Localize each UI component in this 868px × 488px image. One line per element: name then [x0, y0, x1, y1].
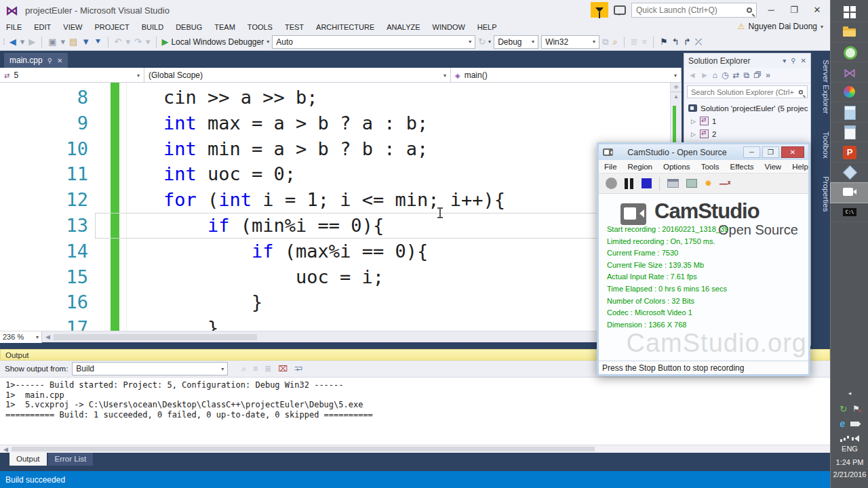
pin-icon[interactable]: ⚲	[791, 57, 795, 64]
watch-mode-combo[interactable]: Auto▾	[272, 35, 475, 49]
code-line-15[interactable]: 15 uoc = i;	[0, 264, 670, 290]
record-button[interactable]	[606, 178, 617, 189]
expand-arrow-icon[interactable]: ▷	[691, 131, 696, 138]
side-tab-server-explorer[interactable]: Server Explorer	[811, 53, 830, 121]
notes-icon-cell[interactable]	[831, 123, 868, 142]
menu-item-project[interactable]: PROJECT	[88, 23, 135, 31]
camstudio-menu-file[interactable]: File	[604, 163, 617, 171]
se-back-icon[interactable]: ◄	[688, 70, 696, 80]
debug-target-label[interactable]: Local Windows Debugger	[171, 37, 264, 47]
code-line-13[interactable]: 13 if (min%i == 0){	[0, 213, 670, 239]
scrollbar-thumb[interactable]	[12, 447, 595, 451]
file-explorer-icon-cell[interactable]	[831, 23, 868, 43]
scroll-left-icon[interactable]: ◀	[42, 333, 54, 340]
side-tab-properties[interactable]: Properties	[811, 169, 830, 218]
undo-icon[interactable]: ↶	[115, 37, 122, 46]
out-prev-icon[interactable]: ≡	[253, 364, 258, 373]
project-row-2[interactable]: ▷2	[684, 127, 810, 140]
bookmark-icon[interactable]: ⚑	[660, 37, 668, 46]
dropdown-icon[interactable]: ▾	[125, 37, 130, 46]
bottom-tab-output[interactable]: Output	[9, 453, 47, 466]
minimize-button[interactable]: ─	[762, 5, 780, 15]
platform-combo[interactable]: Win32▾	[541, 35, 599, 49]
solution-root-row[interactable]: Solution 'projectEuler' (5 projec	[684, 102, 810, 115]
project-row-1[interactable]: ▷1	[684, 115, 810, 127]
uncomment-icon[interactable]: ≡	[642, 37, 648, 46]
region-select-icon[interactable]	[667, 179, 679, 188]
output-source-combo[interactable]: Build▾	[72, 362, 228, 375]
code-line-14[interactable]: 14 if (max%i == 0){	[0, 239, 670, 264]
toolbar-grip-icon[interactable]: ⁞	[3, 37, 5, 46]
dropdown-icon[interactable]: ▾	[146, 37, 151, 46]
dropdown-icon[interactable]: ▾	[20, 37, 25, 46]
volume-icon[interactable]	[854, 435, 859, 442]
feedback-filter-button[interactable]	[591, 2, 608, 18]
menu-item-window[interactable]: WINDOW	[427, 23, 471, 31]
calculator-icon-cell[interactable]	[831, 103, 868, 123]
show-hidden-icons-button[interactable]: ◂	[831, 390, 868, 396]
configuration-combo[interactable]: Debug▾	[494, 35, 538, 49]
menu-item-view[interactable]: VIEW	[57, 23, 88, 31]
maximize-button[interactable]: ❐	[762, 146, 779, 158]
minimize-button[interactable]: ─	[743, 146, 760, 158]
battery-icon[interactable]	[850, 422, 859, 426]
chevron-down-icon[interactable]: ▾	[783, 57, 786, 64]
close-tab-icon[interactable]: ✕	[57, 57, 62, 64]
menu-item-analyze[interactable]: ANALYZE	[380, 23, 426, 31]
se-home-icon[interactable]: ⌂	[713, 70, 717, 80]
camstudio-menu-effects[interactable]: Effects	[730, 163, 753, 171]
feedback-comment-button[interactable]	[614, 5, 626, 15]
next-bookmark-icon[interactable]: ↱	[684, 37, 691, 46]
code-line-12[interactable]: 12 for (int i = 1; i <= min; i++){	[0, 187, 670, 213]
menu-item-debug[interactable]: DEBUG	[170, 23, 208, 31]
se-refresh-icon[interactable]: ⇄	[733, 70, 740, 80]
menu-item-edit[interactable]: EDIT	[28, 23, 57, 31]
video-annotation-icon[interactable]	[686, 179, 697, 188]
screen-annotation-icon[interactable]: —ˣ	[719, 179, 730, 188]
out-next-icon[interactable]: ≣	[264, 364, 271, 373]
chevron-down-icon[interactable]: ▾	[267, 39, 269, 45]
clock-date[interactable]: 2/21/2016	[831, 470, 868, 479]
camstudio-menu-view[interactable]: View	[764, 163, 781, 171]
out-find-icon[interactable]: ⌕	[241, 364, 246, 373]
scrollbar-thumb[interactable]	[54, 334, 257, 340]
powerpoint-icon-cell[interactable]: P	[831, 143, 868, 163]
code-line-11[interactable]: 11 int uoc = 0;	[0, 161, 670, 187]
menu-item-team[interactable]: TEAM	[208, 23, 241, 31]
action-center-flag-icon[interactable]: ⚑	[852, 404, 860, 413]
clear-bookmarks-icon[interactable]: ⤫	[695, 37, 702, 46]
menu-item-architecture[interactable]: ARCHITECTURE	[310, 23, 380, 31]
menu-item-help[interactable]: HELP	[471, 23, 503, 31]
start-debug-icon[interactable]: ▶	[161, 37, 168, 46]
clock-time[interactable]: 1:24 PM	[831, 458, 868, 466]
close-button[interactable]: ✕	[808, 5, 826, 15]
out-clear-icon[interactable]: ⌧	[278, 364, 288, 373]
code-line-8[interactable]: 8 cin >> a >> b;	[0, 85, 670, 110]
quick-launch-input[interactable]: Quick Launch (Ctrl+Q)	[631, 3, 757, 18]
comment-icon[interactable]: ≣	[631, 37, 638, 46]
scope-dropdown[interactable]: (Global Scope) ▾	[144, 68, 451, 83]
start-icon-cell[interactable]	[831, 3, 868, 22]
expand-arrow-icon[interactable]: ▷	[691, 118, 696, 125]
se-collapse-all-icon[interactable]: ⧉	[744, 70, 750, 80]
project-dropdown[interactable]: ⇄ 5 ▾	[0, 68, 144, 83]
redo-icon[interactable]: ↷	[134, 37, 142, 46]
menu-item-test[interactable]: TEST	[279, 23, 310, 31]
code-line-9[interactable]: 9 int max = a > b ? a : b;	[0, 110, 670, 136]
attach-process-icon[interactable]: ⧉	[602, 37, 608, 46]
pause-button[interactable]	[625, 178, 634, 189]
camstudio-menu-region[interactable]: Region	[628, 163, 652, 171]
camstudio-menu-help[interactable]: Help	[792, 163, 808, 171]
se-overflow-icon[interactable]: »	[766, 70, 770, 80]
new-project-icon[interactable]: ▣	[48, 37, 56, 46]
save-icon[interactable]: ▼	[81, 37, 90, 46]
camstudio-icon-cell[interactable]	[831, 183, 868, 203]
user-name[interactable]: Nguyen Dai Duong	[749, 22, 817, 31]
code-line-16[interactable]: 16 }	[0, 289, 670, 315]
se-forward-icon[interactable]: ►	[701, 70, 709, 80]
side-tab-toolbox[interactable]: Toolbox	[811, 125, 830, 165]
refresh-icon[interactable]: ↻	[478, 37, 486, 46]
language-indicator[interactable]: ENG	[831, 445, 868, 453]
visual-studio-icon-cell[interactable]: ⋈	[831, 63, 868, 83]
menu-item-tools[interactable]: TOOLS	[241, 23, 279, 31]
